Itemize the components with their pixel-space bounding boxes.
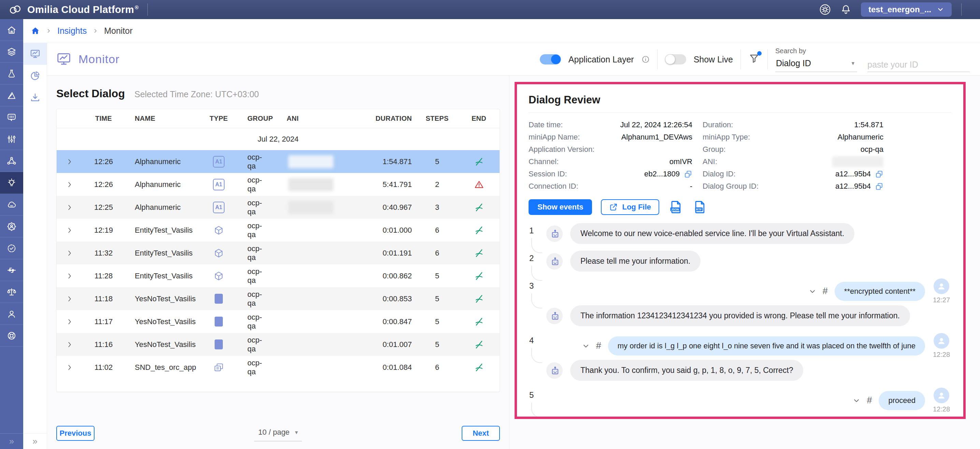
subnav-collapse-button[interactable]: »	[23, 433, 47, 449]
table-row[interactable]: 11:28 EntityTest_Vasilis ocp-qa 0:00.862…	[57, 264, 500, 287]
sidebar-item-dialogs[interactable]	[0, 107, 23, 128]
table-row[interactable]: 11:17 YesNoTest_Vasilis ocp-qa 0:00.847 …	[57, 310, 500, 333]
brand: Omilia Cloud Platform®	[0, 4, 138, 15]
expand-chevron-icon[interactable]	[66, 318, 73, 325]
page-header: Monitor Application Layer Show Live Sear…	[47, 43, 980, 76]
next-page-button[interactable]: Next	[462, 426, 500, 441]
cell-group: ocp-qa	[231, 244, 270, 262]
topbar-divider	[147, 3, 148, 16]
sidebar: »	[0, 19, 23, 449]
export-json-button[interactable]: JSON	[668, 200, 683, 215]
sidebar-item-user[interactable]	[0, 303, 23, 325]
sidebar-collapse-button[interactable]: »	[0, 433, 23, 449]
copy-dialog-id-button[interactable]	[875, 170, 883, 178]
cell-name: Alphanumeric	[125, 203, 207, 212]
cell-time: 11:32	[82, 249, 125, 258]
sidebar-item-admin[interactable]	[0, 216, 23, 237]
table-row[interactable]: 12:26 Alphanumeric A1 ocp-qa 1:54.871 5	[57, 150, 500, 173]
user-menu-button[interactable]: test_energon_...	[861, 2, 952, 17]
expand-chevron-icon[interactable]	[66, 272, 73, 280]
sidebar-item-quality[interactable]	[0, 237, 23, 259]
sidebar-item-integrations[interactable]	[0, 259, 23, 281]
controls-divider	[657, 49, 657, 69]
sidebar-item-compliance[interactable]	[0, 281, 23, 303]
sidebar-item-cloud[interactable]	[0, 194, 23, 216]
show-live-toggle[interactable]	[665, 54, 686, 64]
pie-chart-icon	[30, 70, 41, 81]
cell-name: Alphanumeric	[125, 157, 207, 166]
subnav-item-export[interactable]	[23, 87, 47, 108]
snd-type-icon	[207, 362, 231, 373]
search-row: Dialog ID ▾	[775, 58, 970, 72]
table-row[interactable]: 11:02 SND_tes_orc_app ocp-qa 0:01.084 6	[57, 356, 500, 379]
breadcrumb-insights[interactable]: Insights	[57, 26, 87, 36]
sidebar-item-support[interactable]	[0, 325, 23, 347]
breadcrumb-separator-icon	[93, 28, 98, 33]
sidebar-item-measure[interactable]	[0, 84, 23, 107]
table-row[interactable]: 12:25 Alphanumeric A1 ocp-qa 0:40.967 3	[57, 196, 500, 219]
sidebar-item-orchestrator[interactable]	[0, 63, 23, 84]
expand-chevron-icon[interactable]	[66, 249, 73, 257]
expand-chevron-icon[interactable]	[66, 181, 73, 188]
field-value: omIVR	[670, 157, 692, 166]
table-row[interactable]: 12:19 EntityTest_Vasilis ocp-qa 0:01.000…	[57, 219, 500, 242]
yesno-type-icon	[207, 317, 231, 326]
search-by-select[interactable]: Dialog ID ▾	[775, 58, 857, 72]
chevron-down-icon[interactable]	[809, 288, 816, 295]
user-avatar	[934, 388, 949, 403]
cell-duration: 0:01.007	[352, 340, 417, 349]
table-row[interactable]: 12:26 Alphanumeric A1 ocp-qa 5:41.791 2	[57, 173, 500, 196]
chevron-down-icon[interactable]	[853, 397, 860, 404]
person-icon	[937, 336, 946, 346]
table-row[interactable]: 11:18 YesNoTest_Vasilis ocp-qa 0:00.853 …	[57, 287, 500, 310]
cell-steps: 5	[417, 272, 458, 280]
settings-icon[interactable]	[819, 4, 831, 15]
show-events-button[interactable]: Show events	[528, 199, 592, 215]
page-size-select[interactable]: 10 / page ▾	[254, 425, 302, 441]
expand-chevron-icon[interactable]	[66, 204, 73, 211]
cell-duration: 0:01.191	[352, 249, 417, 258]
export-rtf-button[interactable]: RTF	[692, 200, 707, 215]
bell-icon[interactable]	[840, 4, 851, 15]
info-icon[interactable]	[641, 55, 650, 64]
external-link-icon	[609, 203, 618, 212]
cell-group: ocp-qa	[231, 313, 270, 331]
sidebar-item-home[interactable]	[0, 19, 23, 41]
application-layer-toggle[interactable]	[540, 54, 561, 64]
filter-button[interactable]	[748, 53, 760, 66]
expand-chevron-icon[interactable]	[66, 226, 73, 234]
copy-session-id-button[interactable]	[684, 170, 692, 178]
home-icon[interactable]	[31, 26, 40, 35]
cell-time: 12:19	[82, 226, 125, 235]
cell-name: YesNoTest_Vasilis	[125, 317, 207, 326]
sidebar-item-controls[interactable]	[0, 128, 23, 150]
expand-chevron-icon[interactable]	[66, 295, 73, 303]
subnav-item-reports[interactable]	[23, 65, 47, 87]
bot-message-row: The information 1234123412341234 you pro…	[546, 306, 952, 326]
table-row[interactable]: 11:16 YesNoTest_Vasilis ocp-qa 0:01.007 …	[57, 333, 500, 356]
header-end: END	[458, 115, 500, 123]
expand-chevron-icon[interactable]	[66, 364, 73, 371]
search-input[interactable]	[867, 60, 977, 70]
log-file-button[interactable]: Log File	[601, 199, 659, 215]
user-icon	[6, 309, 17, 319]
transcript-step: 3 # **encrypted content** 12:27 The info…	[528, 279, 952, 326]
copy-dialog-group-id-button[interactable]	[875, 182, 883, 191]
expand-chevron-icon[interactable]	[66, 158, 73, 166]
sidebar-item-layers[interactable]	[0, 41, 23, 63]
subnav-item-monitor[interactable]	[23, 43, 47, 65]
user-message-row: # proceed 12:28	[546, 388, 952, 413]
sidebar-item-graph[interactable]	[0, 150, 23, 172]
omilia-logo-icon	[9, 5, 22, 15]
cell-group: ocp-qa	[231, 336, 270, 353]
hash-icon[interactable]: #	[823, 286, 828, 296]
table-row[interactable]: 11:32 EntityTest_Vasilis ocp-qa 0:01.191…	[57, 242, 500, 264]
call-completed-icon	[458, 202, 500, 213]
hash-icon[interactable]: #	[596, 341, 601, 351]
previous-page-button[interactable]: Previous	[56, 426, 94, 441]
robot-icon	[549, 365, 560, 376]
chevron-down-icon[interactable]	[582, 342, 589, 349]
expand-chevron-icon[interactable]	[66, 341, 73, 348]
sidebar-item-insights[interactable]	[0, 172, 23, 194]
hash-icon[interactable]: #	[867, 395, 872, 406]
